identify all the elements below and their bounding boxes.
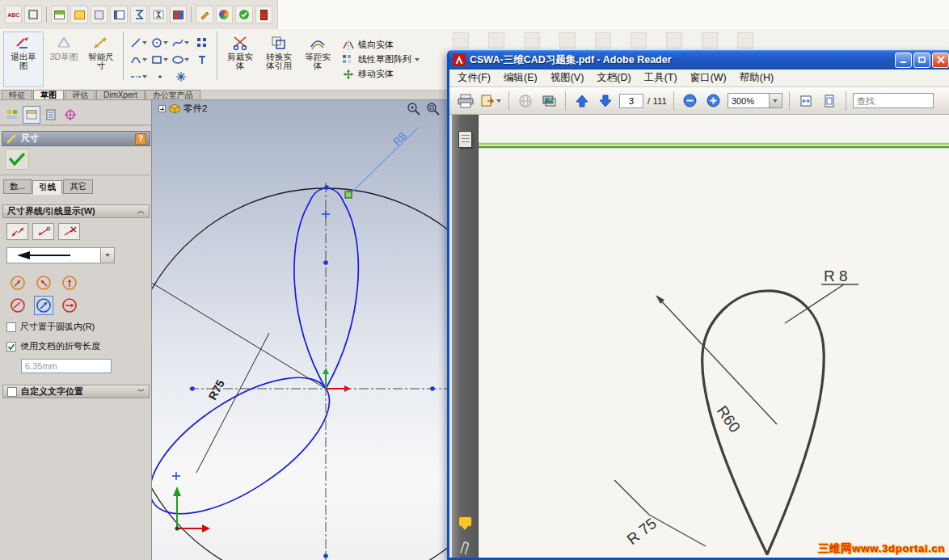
custom-text-position-header[interactable]: 自定义文字位置 ﹀ — [2, 385, 150, 398]
dim-inside-arc-checkbox[interactable]: 尺寸置于圆弧内(R) — [6, 321, 95, 333]
arrow-inside-button[interactable] — [60, 273, 79, 293]
tab-value[interactable]: 数... — [3, 179, 32, 194]
tab-features[interactable]: 特征 — [2, 90, 32, 99]
tab-leaders[interactable]: 引线 — [32, 180, 62, 195]
fit-page-button[interactable] — [820, 91, 839, 112]
sketch-origin[interactable] — [323, 368, 351, 392]
check-circle-icon[interactable] — [235, 6, 252, 23]
hidden-toolbar-icon[interactable] — [524, 32, 540, 48]
bent-leader-length-input[interactable] — [21, 359, 112, 373]
page-number-input[interactable] — [619, 94, 643, 108]
menu-window[interactable]: 窗口(W) — [690, 71, 727, 85]
propertymanager-tab-icon[interactable] — [23, 106, 40, 124]
book-icon[interactable] — [255, 6, 272, 23]
drag-handle[interactable] — [345, 192, 352, 198]
hidden-toolbar-icon[interactable] — [631, 32, 647, 48]
spline-tool-icon[interactable] — [171, 35, 191, 51]
witness-both-button[interactable] — [6, 223, 28, 240]
color-wheel-icon[interactable] — [216, 6, 233, 23]
sum-table-icon[interactable] — [150, 6, 167, 23]
sketch-dim-r8[interactable]: R8 — [390, 130, 408, 148]
design-table-icon[interactable] — [110, 6, 127, 23]
next-page-button[interactable] — [596, 91, 615, 112]
tab-evaluate[interactable]: 评估 — [65, 90, 95, 99]
trim-entities-button[interactable]: 剪裁实体 — [222, 32, 258, 87]
r75-dimension-line[interactable] — [196, 333, 269, 473]
hidden-toolbar-icon[interactable] — [737, 32, 753, 48]
zoom-out-button[interactable] — [681, 91, 700, 112]
arrow-selected-button[interactable] — [34, 296, 53, 315]
sketch-dim-r75[interactable]: R75 — [206, 377, 227, 402]
zoom-level-select[interactable]: 300% — [728, 93, 782, 108]
equation-table-icon[interactable] — [170, 6, 187, 23]
text-tool-icon[interactable] — [192, 52, 212, 68]
hidden-toolbar-icon[interactable] — [595, 32, 611, 48]
exit-sketch-button[interactable]: 退出草图 — [3, 32, 44, 87]
sum-icon[interactable] — [130, 6, 147, 23]
hidden-toolbar-icon[interactable] — [559, 32, 576, 48]
pen-tool-icon[interactable] — [196, 6, 213, 23]
expand-icon[interactable] — [158, 105, 166, 112]
hidden-toolbar-icon[interactable] — [488, 32, 504, 48]
arrow-leader-button[interactable] — [60, 296, 79, 315]
menu-file[interactable]: 文件(F) — [458, 71, 491, 85]
pdf-page[interactable]: R 8 R60 R 75 三维网www.3dportal.cn — [479, 115, 949, 558]
menu-view[interactable]: 视图(V) — [550, 71, 584, 85]
featuremanager-tab-icon[interactable] — [3, 106, 21, 124]
tab-office[interactable]: 办公室产品 — [146, 90, 200, 99]
petal-curve-vertical[interactable] — [294, 188, 358, 389]
linear-pattern-button[interactable]: 线性草图阵列 — [342, 53, 420, 65]
diagonal-line[interactable] — [152, 282, 326, 389]
centerline-tool-icon[interactable] — [129, 69, 149, 85]
arrow-style-select[interactable] — [6, 247, 115, 263]
smart-dimension-button[interactable]: 智能尺寸 — [84, 32, 118, 87]
hidden-toolbar-icon[interactable] — [453, 32, 469, 48]
export-table-icon[interactable] — [70, 6, 87, 23]
arc-tool-icon[interactable] — [129, 52, 149, 68]
tab-other[interactable]: 其它 — [63, 179, 93, 194]
sketch-canvas[interactable]: R8 R75 — [152, 100, 447, 560]
fit-width-button[interactable] — [796, 91, 816, 112]
previous-page-button[interactable] — [572, 91, 592, 112]
pattern-tool-icon[interactable] — [192, 35, 212, 51]
magnifier-plus-icon[interactable] — [407, 102, 421, 116]
configurationmanager-tab-icon[interactable] — [42, 106, 60, 124]
magnifier-window-icon[interactable] — [426, 102, 441, 116]
comments-panel-icon[interactable] — [458, 516, 472, 527]
use-document-bent-length-checkbox[interactable]: 使用文档的折弯长度 — [6, 340, 100, 352]
picture-tasks-button[interactable] — [539, 91, 559, 112]
sketch-circle[interactable] — [152, 188, 447, 560]
witness-one-button[interactable] — [32, 223, 54, 240]
table-green-icon[interactable] — [51, 6, 68, 23]
mirror-entities-button[interactable]: 镜向实体 — [342, 39, 420, 51]
move-entities-button[interactable]: 移动实体 — [342, 68, 420, 80]
arrow-smart-button[interactable] — [8, 296, 27, 315]
minimize-button[interactable] — [895, 53, 912, 68]
circle-tool-icon[interactable] — [150, 35, 170, 51]
close-button[interactable] — [932, 53, 949, 68]
tab-dimxpert[interactable]: DimXpert — [96, 90, 145, 99]
feature-tree-item[interactable]: 零件2 — [158, 103, 207, 115]
menu-tools[interactable]: 工具(T) — [644, 71, 677, 85]
3d-sketch-button[interactable]: 3D草图 — [47, 32, 81, 87]
point-tool-icon[interactable] — [150, 69, 170, 85]
convert-entities-button[interactable]: 转换实体引用 — [261, 32, 297, 87]
offset-entities-button[interactable]: 等距实体 — [300, 32, 335, 87]
tab-sketch[interactable]: 草图 — [33, 90, 64, 99]
star-tool-icon[interactable] — [171, 69, 191, 85]
attachments-panel-icon[interactable] — [460, 541, 470, 555]
hidden-toolbar-icon[interactable] — [666, 32, 682, 48]
checkbox-tool-icon[interactable] — [91, 6, 108, 23]
witness-group-header[interactable]: 尺寸界线/引线显示(W) ︿ — [2, 204, 150, 218]
spell-check-icon[interactable]: ABC — [5, 6, 22, 23]
rectangle-tool-icon[interactable] — [150, 52, 170, 68]
graphics-area[interactable]: 零件2 R8 R75 — [152, 100, 447, 560]
export-button[interactable] — [479, 91, 502, 112]
find-input[interactable] — [853, 93, 934, 108]
witness-none-button[interactable] — [58, 223, 80, 240]
menu-document[interactable]: 文档(D) — [597, 71, 631, 85]
title-bar[interactable]: CSWA-三维CAD习题集.pdf - Adobe Reader — [449, 50, 949, 69]
zoom-in-button[interactable] — [704, 91, 723, 112]
line-tool-icon[interactable] — [129, 35, 149, 51]
pages-panel-icon[interactable] — [458, 131, 472, 148]
